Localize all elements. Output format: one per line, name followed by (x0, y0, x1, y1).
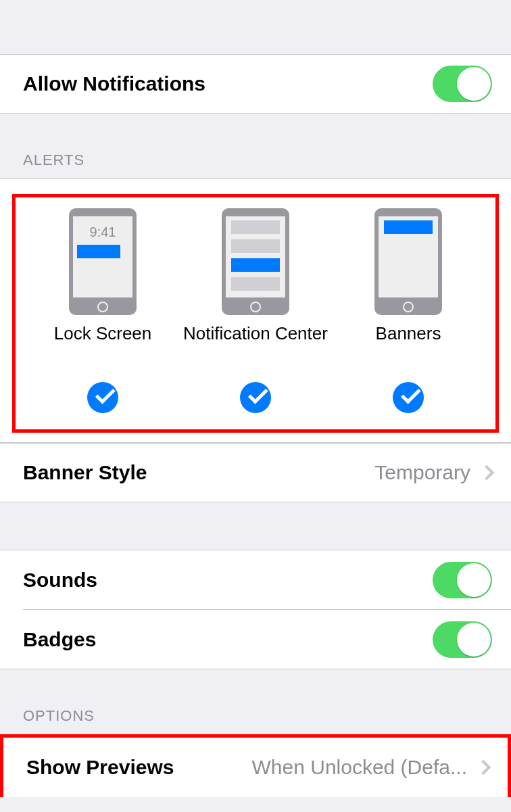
chevron-right-icon (479, 465, 495, 481)
lock-screen-time: 9:41 (73, 224, 132, 240)
alert-option-banners-check[interactable] (393, 382, 424, 413)
top-spacer (0, 0, 511, 54)
show-previews-value: When Unlocked (Defa... (252, 756, 467, 779)
badges-row[interactable]: Badges (0, 610, 511, 669)
alert-option-banners[interactable]: Banners (332, 208, 485, 413)
alert-option-lock-screen[interactable]: 9:41 Lock Screen (26, 208, 179, 413)
section-gap (0, 502, 511, 550)
banner-style-label: Banner Style (23, 461, 147, 484)
allow-notifications-row[interactable]: Allow Notifications (0, 54, 511, 114)
alerts-highlight-box: 9:41 Lock Screen Notification Center (12, 194, 499, 433)
lock-screen-notification-bar (77, 245, 120, 258)
banners-icon (374, 208, 442, 315)
show-previews-highlight-box: Show Previews When Unlocked (Defa... (0, 734, 511, 797)
show-previews-label: Show Previews (26, 756, 174, 779)
banner-style-value: Temporary (374, 461, 470, 484)
lock-screen-icon: 9:41 (69, 208, 137, 315)
chevron-right-icon (476, 760, 491, 775)
show-previews-row[interactable]: Show Previews When Unlocked (Defa... (3, 738, 508, 797)
sounds-switch[interactable] (433, 562, 492, 598)
badges-label: Badges (23, 628, 96, 651)
notification-center-icon (222, 208, 289, 315)
sounds-label: Sounds (23, 569, 97, 592)
allow-notifications-switch[interactable] (433, 66, 492, 102)
alert-option-lock-screen-check[interactable] (87, 382, 118, 413)
alert-option-notification-center-check[interactable] (240, 382, 271, 413)
home-button-icon (250, 302, 261, 312)
alerts-panel: 9:41 Lock Screen Notification Center (0, 178, 511, 443)
alert-option-notification-center-label: Notification Center (183, 323, 328, 344)
sounds-row[interactable]: Sounds (0, 550, 511, 609)
home-button-icon (403, 302, 414, 312)
section-header-alerts: ALERTS (0, 114, 511, 178)
badges-switch[interactable] (433, 621, 492, 658)
alert-option-lock-screen-label: Lock Screen (54, 323, 152, 344)
alert-option-banners-label: Banners (376, 323, 441, 344)
banner-style-row[interactable]: Banner Style Temporary (0, 443, 511, 502)
home-button-icon (97, 302, 108, 312)
alert-option-notification-center[interactable]: Notification Center (179, 208, 332, 413)
section-header-options: OPTIONS (0, 669, 511, 734)
allow-notifications-label: Allow Notifications (23, 72, 205, 95)
